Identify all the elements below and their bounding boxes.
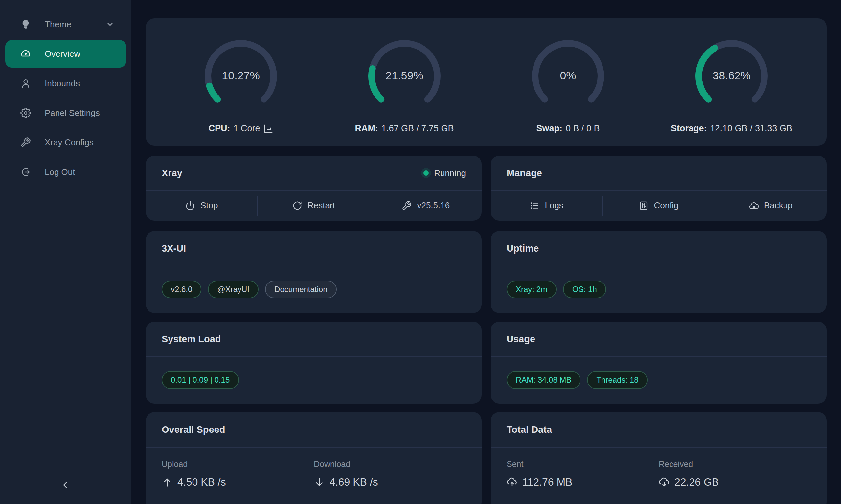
stop-button[interactable]: Stop [146,191,257,220]
os-uptime-tag: OS: 1h [563,281,606,298]
area-chart-icon[interactable] [263,124,273,133]
config-button[interactable]: Config [603,191,714,220]
sidebar-item-label: Xray Configs [45,138,93,148]
wrench-icon [20,137,31,148]
load-average-tag: 0.01 | 0.09 | 0.15 [161,371,239,389]
system-stats-card: 10.27% CPU: 1 Core 21.59% RAM: 1.67 GB /… [146,18,826,146]
lightbulb-icon [20,19,31,30]
download-stat: Download 4.69 KB /s [314,460,466,488]
sidebar-item-label: Inbounds [45,78,80,89]
received-value: 22.26 GB [674,476,719,488]
documentation-tag[interactable]: Documentation [265,281,337,298]
wrench-icon [402,201,412,211]
sidebar-item-xray-configs[interactable]: Xray Configs [5,129,126,156]
card-title: Xray [161,168,182,179]
cpu-label: CPU: 1 Core [208,123,273,133]
card-title: Usage [507,334,535,344]
card-title: Total Data [507,424,552,435]
cloud-download-icon [659,477,670,488]
cloud-backup-icon [749,201,759,211]
sidebar-item-label: Panel Settings [45,108,100,118]
gauge-cpu: 10.27% CPU: 1 Core [159,18,323,146]
chevron-down-icon[interactable] [106,20,114,29]
card-title: Manage [507,168,542,179]
card-title: 3X-UI [161,243,186,254]
xui-card: 3X-UI v2.6.0 @XrayUI Documentation [146,231,482,313]
sidebar-item-overview[interactable]: Overview [5,40,126,68]
overall-speed-card: Overall Speed Upload 4.50 KB /s Download… [146,412,482,504]
xray-card: Xray Running Stop Restart [146,156,482,220]
cloud-upload-icon [507,477,518,488]
version-tag[interactable]: v2.6.0 [161,281,201,298]
ram-percent: 21.59% [365,69,444,82]
backup-button[interactable]: Backup [715,191,826,220]
swap-label: Swap: 0 B / 0 B [536,123,600,133]
arrow-up-icon [161,477,173,488]
storage-percent: 38.62% [692,69,771,82]
upload-label: Upload [161,460,314,469]
received-stat: Received 22.26 GB [659,460,811,488]
xray-status-badge: Running [424,168,466,178]
sent-stat: Sent 112.76 MB [507,460,659,488]
xray-version-button[interactable]: v25.5.16 [370,191,482,220]
sidebar-item-label: Log Out [45,167,75,177]
card-title: System Load [161,334,221,344]
system-load-card: System Load 0.01 | 0.09 | 0.15 [146,322,482,403]
gauge-ram: 21.59% RAM: 1.67 GB / 7.75 GB [323,18,486,146]
threads-tag: Threads: 18 [587,371,648,389]
sidebar-item-theme[interactable]: Theme [5,11,126,38]
download-value: 4.69 KB /s [329,476,378,488]
sidebar-item-label: Theme [45,19,71,30]
gauge-swap: 0% Swap: 0 B / 0 B [486,18,650,146]
ram-label: RAM: 1.67 GB / 7.75 GB [355,123,454,133]
person-icon [20,78,31,89]
card-title: Overall Speed [161,424,225,435]
card-title: Uptime [507,243,539,254]
sent-label: Sent [507,460,659,469]
total-data-card: Total Data Sent 112.76 MB Received 22.26… [491,412,826,504]
usage-card: Usage RAM: 34.08 MB Threads: 18 [491,322,826,403]
received-label: Received [659,460,811,469]
power-icon [185,201,195,211]
cpu-percent: 10.27% [201,69,280,82]
main-content: 10.27% CPU: 1 Core 21.59% RAM: 1.67 GB /… [132,0,841,504]
arrow-down-icon [314,477,325,488]
gear-icon [20,108,31,118]
gauge-fill [210,86,218,100]
download-label: Download [314,460,466,469]
sidebar-item-logout[interactable]: Log Out [5,158,126,186]
upload-value: 4.50 KB /s [177,476,226,488]
storage-label: Storage: 12.10 GB / 31.33 GB [671,123,792,133]
speedometer-icon [20,49,31,59]
logout-icon [20,167,31,177]
sliders-icon [639,201,649,211]
manage-card: Manage Logs Config Backup [491,156,826,220]
sidebar-item-label: Overview [45,49,80,59]
xrayui-tag[interactable]: @XrayUI [208,281,259,298]
ram-usage-tag: RAM: 34.08 MB [507,371,581,389]
uptime-card: Uptime Xray: 2m OS: 1h [491,231,826,313]
logs-button[interactable]: Logs [491,191,602,220]
list-icon [530,201,539,211]
sidebar-collapse-button[interactable] [0,476,132,496]
gauge-storage: 38.62% Storage: 12.10 GB / 31.33 GB [650,18,813,146]
status-dot [424,170,429,176]
sidebar-item-panel-settings[interactable]: Panel Settings [5,99,126,127]
xray-uptime-tag: Xray: 2m [507,281,556,298]
restart-icon [292,201,302,211]
upload-stat: Upload 4.50 KB /s [161,460,314,488]
sidebar-item-inbounds[interactable]: Inbounds [5,70,126,97]
sidebar: Theme Overview Inbounds Panel Settings X… [0,0,132,504]
sent-value: 112.76 MB [522,476,572,488]
swap-percent: 0% [529,69,607,82]
restart-button[interactable]: Restart [258,191,369,220]
chevron-left-icon [60,480,71,492]
